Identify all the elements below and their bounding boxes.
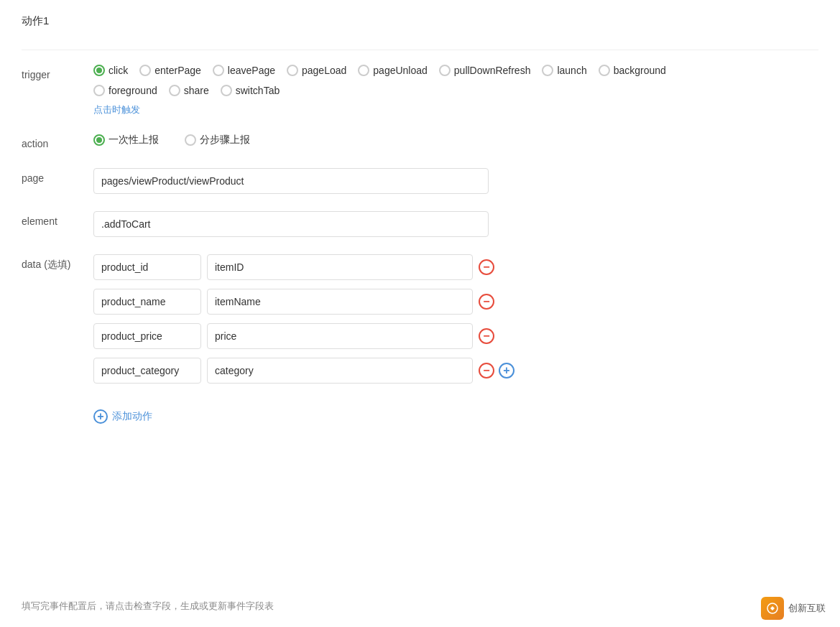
brand-logo-icon bbox=[761, 597, 784, 620]
trigger-label-pageUnload: pageUnload bbox=[373, 65, 428, 76]
trigger-radio-switchTab[interactable] bbox=[221, 85, 232, 96]
data-val-2[interactable] bbox=[207, 289, 473, 315]
trigger-label-leavePage: leavePage bbox=[228, 65, 275, 76]
trigger-option-launch[interactable]: launch bbox=[542, 65, 586, 76]
trigger-label-pageLoad: pageLoad bbox=[302, 65, 346, 76]
trigger-radio-click[interactable] bbox=[93, 65, 105, 76]
brand-logo-text: 创新互联 bbox=[788, 602, 826, 615]
trigger-label-background: background bbox=[614, 65, 666, 76]
trigger-option-pageUnload[interactable]: pageUnload bbox=[358, 65, 428, 76]
brand-logo: 创新互联 bbox=[761, 597, 826, 620]
divider bbox=[22, 50, 818, 50]
data-item-4: − + bbox=[93, 358, 818, 384]
trigger-option-switchTab[interactable]: switchTab bbox=[221, 85, 280, 96]
element-label: element bbox=[22, 211, 93, 227]
element-content bbox=[93, 211, 818, 237]
action-radio-step[interactable] bbox=[185, 134, 196, 146]
data-val-1[interactable] bbox=[207, 254, 473, 280]
action-radio-group: 一次性上报 分步骤上报 bbox=[93, 134, 818, 151]
trigger-radio-share[interactable] bbox=[169, 85, 180, 96]
trigger-label-enterPage: enterPage bbox=[154, 65, 201, 76]
data-label: data (选填) bbox=[22, 254, 93, 271]
trigger-hint: 点击时触发 bbox=[93, 103, 818, 116]
remove-btn-2[interactable]: − bbox=[479, 294, 494, 310]
data-item-3: − bbox=[93, 323, 818, 349]
footer-hint: 填写完事件配置后，请点击检查字段，生成或更新事件字段表 bbox=[22, 600, 274, 613]
page-input[interactable] bbox=[93, 168, 489, 194]
add-data-item-btn[interactable]: + bbox=[499, 363, 514, 378]
trigger-radio-group: click enterPage leavePage pageLoad pageU… bbox=[93, 65, 818, 101]
add-action-label: 添加动作 bbox=[112, 410, 152, 423]
trigger-radio-pullDownRefresh[interactable] bbox=[439, 65, 451, 76]
remove-btn-4[interactable]: − bbox=[479, 363, 494, 378]
trigger-option-leavePage[interactable]: leavePage bbox=[213, 65, 275, 76]
data-val-4[interactable] bbox=[207, 358, 473, 384]
data-row: data (选填) − − − bbox=[22, 254, 818, 392]
trigger-content: click enterPage leavePage pageLoad pageU… bbox=[93, 65, 818, 116]
action-option-step[interactable]: 分步骤上报 bbox=[185, 134, 250, 147]
add-action-plus-icon: + bbox=[93, 409, 108, 424]
trigger-option-enterPage[interactable]: enterPage bbox=[139, 65, 201, 76]
trigger-label: trigger bbox=[22, 65, 93, 80]
remove-btn-1[interactable]: − bbox=[479, 259, 494, 275]
action-label-step: 分步骤上报 bbox=[200, 134, 250, 147]
action-label: action bbox=[22, 134, 93, 149]
trigger-radio-foreground[interactable] bbox=[93, 85, 105, 96]
page-content bbox=[93, 168, 818, 194]
action-option-once[interactable]: 一次性上报 bbox=[93, 134, 159, 147]
trigger-label-share: share bbox=[184, 85, 209, 96]
data-val-3[interactable] bbox=[207, 323, 473, 349]
trigger-label-launch: launch bbox=[557, 65, 586, 76]
page-row: page bbox=[22, 168, 818, 194]
trigger-option-background[interactable]: background bbox=[599, 65, 666, 76]
trigger-row: trigger click enterPage leavePage bbox=[22, 65, 818, 116]
add-action-button[interactable]: + 添加动作 bbox=[93, 409, 152, 424]
element-row: element bbox=[22, 211, 818, 237]
page-container: 动作1 trigger click enterPage leavePage bbox=[0, 0, 840, 627]
page-label: page bbox=[22, 168, 93, 184]
remove-btn-3[interactable]: − bbox=[479, 328, 494, 344]
action-content: 一次性上报 分步骤上报 bbox=[93, 134, 818, 151]
brand-icon-svg bbox=[766, 602, 779, 615]
trigger-option-pageLoad[interactable]: pageLoad bbox=[287, 65, 346, 76]
element-input[interactable] bbox=[93, 211, 489, 237]
data-key-1[interactable] bbox=[93, 254, 201, 280]
trigger-radio-enterPage[interactable] bbox=[139, 65, 151, 76]
data-key-4[interactable] bbox=[93, 358, 201, 384]
action-label-once: 一次性上报 bbox=[109, 134, 159, 147]
trigger-option-pullDownRefresh[interactable]: pullDownRefresh bbox=[439, 65, 531, 76]
data-item-1: − bbox=[93, 254, 818, 280]
trigger-radio-leavePage[interactable] bbox=[213, 65, 224, 76]
trigger-label-foreground: foreground bbox=[109, 85, 157, 96]
data-key-3[interactable] bbox=[93, 323, 201, 349]
data-item-2: − bbox=[93, 289, 818, 315]
trigger-option-click[interactable]: click bbox=[93, 65, 128, 76]
trigger-option-share[interactable]: share bbox=[169, 85, 209, 96]
action-row: action 一次性上报 分步骤上报 bbox=[22, 134, 818, 151]
data-key-2[interactable] bbox=[93, 289, 201, 315]
trigger-label-switchTab: switchTab bbox=[236, 85, 280, 96]
add-action-container: + 添加动作 bbox=[93, 409, 818, 424]
trigger-radio-launch[interactable] bbox=[542, 65, 553, 76]
trigger-radio-pageUnload[interactable] bbox=[358, 65, 369, 76]
trigger-radio-pageLoad[interactable] bbox=[287, 65, 298, 76]
trigger-option-foreground[interactable]: foreground bbox=[93, 85, 157, 96]
trigger-radio-background[interactable] bbox=[599, 65, 610, 76]
trigger-label-click: click bbox=[109, 65, 128, 76]
action-radio-once[interactable] bbox=[93, 134, 105, 146]
trigger-label-pullDownRefresh: pullDownRefresh bbox=[454, 65, 531, 76]
data-content: − − − − + bbox=[93, 254, 818, 392]
section-title: 动作1 bbox=[22, 14, 818, 35]
